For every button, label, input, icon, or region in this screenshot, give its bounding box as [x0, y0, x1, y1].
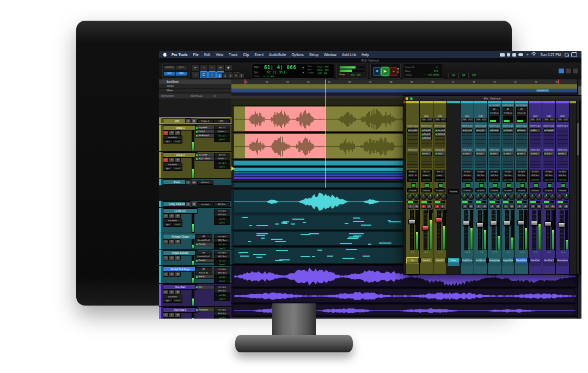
- record-enable-button[interactable]: ●: [163, 158, 169, 163]
- mute-button[interactable]: M: [175, 290, 181, 295]
- send-slot-4[interactable]: [421, 165, 432, 168]
- trim-tool[interactable]: ⊏: [200, 71, 208, 78]
- record-enable-button[interactable]: ●: [421, 204, 426, 209]
- mode-slip[interactable]: SLIP: [164, 72, 175, 76]
- compact-chip-0[interactable]: Folder 1: [197, 119, 213, 123]
- group-id-button[interactable]: [465, 183, 470, 188]
- fader-cap[interactable]: [517, 220, 524, 225]
- fader-cap[interactable]: [558, 222, 565, 227]
- strip-name[interactable]: Vocal 2: [434, 258, 446, 263]
- bars-beats-ruler[interactable]: Bars|Beats: [159, 79, 231, 84]
- midi-clip[interactable]: [234, 231, 403, 246]
- track-name[interactable]: Lo Bit cm: [163, 208, 198, 214]
- menu-item-file[interactable]: File: [191, 53, 201, 57]
- pan-knob-right[interactable]: [549, 194, 556, 200]
- group-id-button[interactable]: [438, 183, 443, 188]
- fader-track[interactable]: [532, 210, 536, 250]
- insert-slot-2[interactable]: [516, 136, 527, 140]
- edit-window-titlebar[interactable]: Edit: Valence: [159, 58, 581, 63]
- record-enable-button[interactable]: ●: [163, 313, 169, 318]
- insert-slot-1[interactable]: [557, 132, 568, 136]
- fader-cap[interactable]: [408, 219, 415, 224]
- track-name[interactable]: Vintage Organ: [163, 234, 198, 239]
- track-name[interactable]: Vox Pad: [163, 284, 198, 290]
- menubar-clock[interactable]: Sun 5:27 PM: [538, 53, 562, 57]
- marker-label[interactable]: Breaker 30: [536, 89, 549, 92]
- mixer-strip-modeld4-ys[interactable]: INSTRUMENTAllFalcon A1INSERTS A-EFalconS…: [515, 101, 529, 274]
- insert-slot-1[interactable]: [530, 132, 541, 136]
- main-counter[interactable]: 61| 4| 866: [264, 65, 296, 70]
- track-header-vocal-2[interactable]: Vocal 2●SMwaveformdynreadbs_vocMlEQ3 7-B…: [159, 152, 231, 179]
- insert-chip-1[interactable]: EQ3 7-Band: [195, 157, 217, 161]
- heat-post-button[interactable]: POST: [536, 118, 542, 122]
- group-assign[interactable]: no group: [557, 188, 568, 192]
- strip-name[interactable]: OrgenDobl: [502, 258, 514, 263]
- audio-clip[interactable]: [234, 189, 403, 213]
- heat-pre-button[interactable]: PRE: [557, 118, 563, 122]
- track-header-organ-double[interactable]: Organ Double●SMAllKontakt8Out2Kontaktno …: [159, 250, 231, 266]
- mute-button[interactable]: M: [550, 204, 555, 209]
- pan-knob-right[interactable]: [509, 194, 515, 200]
- menu-item-options[interactable]: Options: [289, 53, 306, 57]
- instrument-chip-1[interactable]: KntktBus2: [503, 111, 513, 115]
- io-chip-1[interactable]: MIDI Bus: [214, 254, 230, 259]
- insert-chip-0[interactable]: Kontakt: [195, 258, 217, 263]
- record-enable-button[interactable]: ●: [163, 290, 169, 295]
- pan-knob-right[interactable]: [563, 194, 569, 200]
- group-assign[interactable]: no group: [530, 188, 541, 192]
- grid-value-chip-2[interactable]: 1|16: [469, 73, 479, 78]
- fader-track[interactable]: [478, 210, 482, 250]
- mute-button[interactable]: M: [564, 204, 569, 209]
- insert-slot-4[interactable]: [516, 144, 527, 147]
- heat-pre-button[interactable]: PRE: [421, 118, 427, 122]
- insert-chip-0[interactable]: Falcon: [195, 275, 217, 279]
- fader-track[interactable]: [492, 210, 495, 250]
- solo-button[interactable]: S: [169, 313, 175, 318]
- insert-chip-2[interactable]: MedDelay3: [195, 133, 217, 138]
- record-enable-button[interactable]: ●: [163, 272, 169, 277]
- nudge-value[interactable]: 0|1| 000: [351, 73, 360, 76]
- mode-spot[interactable]: SPOT: [176, 66, 187, 70]
- insert-slot-2[interactable]: [462, 136, 473, 140]
- count-off-value[interactable]: 2: [436, 66, 438, 69]
- track-header-vox-pad[interactable]: Vox Pad●SMwaveformdynreadMinino inputMIX…: [159, 284, 231, 307]
- mix-window[interactable]: Mix: Valence INSERTS A-Ebs_deEssSENDS A-…: [403, 95, 581, 275]
- pan-knob-left[interactable]: [461, 194, 468, 200]
- group-id-button[interactable]: [479, 183, 484, 188]
- pan-knob-left[interactable]: [502, 194, 509, 200]
- menu-item-window[interactable]: Window: [321, 53, 339, 57]
- insert-chip-0[interactable]: Mini: [195, 285, 217, 289]
- mix-close-button[interactable]: [406, 97, 408, 100]
- send-slot-4[interactable]: [462, 165, 473, 168]
- io-chip-1[interactable]: MIDI Bus: [214, 238, 230, 243]
- solo-button[interactable]: S: [169, 214, 175, 219]
- solo-button[interactable]: S: [462, 204, 468, 209]
- mode-shuffle[interactable]: SHUFFLE: [164, 66, 175, 70]
- fader-track[interactable]: [560, 210, 564, 250]
- group-assign[interactable]: no group: [448, 189, 459, 194]
- automation-mode[interactable]: auto read: [530, 178, 541, 182]
- mixer-strip-pads[interactable]: no groupPads: [447, 101, 461, 274]
- heat-pre-button[interactable]: PRE: [543, 118, 549, 122]
- folder-clip-band[interactable]: [234, 160, 403, 166]
- track-name[interactable]: Organ Double: [163, 250, 198, 256]
- insert-slot-2[interactable]: [434, 136, 445, 140]
- solo-button[interactable]: S: [489, 204, 495, 209]
- heat-pre-button[interactable]: PRE: [434, 118, 440, 122]
- insert-slot-2[interactable]: [475, 136, 486, 140]
- track-header-model-d-4-keys[interactable]: Model D 4.Keys●SMAllFalcon A1Falconno in…: [159, 266, 231, 284]
- insert-slot-3[interactable]: [462, 140, 473, 144]
- group-assign[interactable]: no group: [462, 188, 473, 192]
- menu-item-setup[interactable]: Setup: [307, 53, 321, 57]
- io-chip-1[interactable]: MIDI Bus: [214, 271, 230, 275]
- pan-knob-left[interactable]: [543, 194, 549, 200]
- fader-cap[interactable]: [531, 221, 538, 226]
- automation-mode[interactable]: auto read: [475, 178, 486, 182]
- send-slot-4[interactable]: [557, 165, 568, 168]
- insert-slot-3[interactable]: [530, 140, 541, 144]
- fader-cap[interactable]: [490, 221, 497, 226]
- solo-button[interactable]: S: [517, 204, 522, 209]
- insert-slot-4[interactable]: [503, 144, 513, 147]
- insert-slot-1[interactable]: [503, 132, 513, 136]
- nav-button-1[interactable]: ←: [200, 64, 208, 71]
